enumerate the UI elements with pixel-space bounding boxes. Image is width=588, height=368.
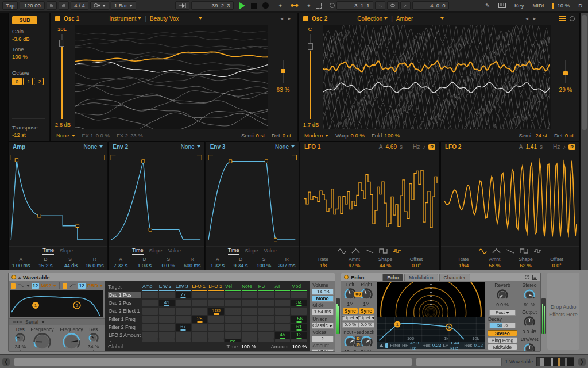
matrix-cell[interactable] [192, 324, 207, 331]
right-sync-button[interactable]: Sync [359, 308, 374, 314]
record-button[interactable] [262, 2, 269, 9]
env3-attack-value[interactable]: 1.32 s [206, 263, 229, 269]
matrix-column-header[interactable]: Amp [142, 283, 158, 291]
right-offset-value[interactable]: 0.0 % [358, 322, 374, 328]
left-offset-value[interactable]: 0.0 % [342, 322, 358, 328]
matrix-cell[interactable]: 100 [208, 308, 224, 315]
reverb-knob[interactable] [496, 289, 509, 301]
matrix-cell[interactable]: 41 [159, 300, 175, 306]
lfo1-hz-toggle[interactable]: Hz [413, 144, 420, 150]
triangle-wave-icon[interactable] [492, 248, 501, 254]
env2-mod-menu[interactable]: None [181, 144, 200, 150]
echo-filter-display[interactable]: 100 1k 10k [377, 317, 485, 342]
show-info-view-button[interactable]: ❮ [2, 358, 10, 366]
time-signature-field[interactable]: 4 / 4 [71, 1, 88, 10]
drywet-knob[interactable] [523, 343, 536, 352]
dropdown-arrow-icon[interactable] [26, 285, 30, 287]
matrix-cell[interactable]: 67 [176, 324, 191, 331]
sub-tone-value[interactable]: 100 % [12, 53, 45, 60]
matrix-cell[interactable] [225, 316, 241, 323]
matrix-column-header[interactable]: LFO 2 [208, 283, 224, 291]
amp-env-tab-time[interactable]: Time [42, 247, 54, 255]
env3-tab-time[interactable]: Time [228, 247, 239, 255]
punch-in-button[interactable] [375, 1, 385, 10]
matrix-cell[interactable] [291, 339, 307, 342]
filter1-res-knob[interactable] [14, 332, 26, 344]
matrix-cell[interactable] [258, 300, 274, 306]
lfo1-retrigger-button[interactable]: R [428, 144, 435, 150]
transpose-value[interactable]: -12 st [12, 132, 45, 138]
matrix-cell[interactable] [192, 292, 207, 298]
matrix-cell[interactable]: -56 [291, 316, 307, 323]
matrix-cell[interactable] [176, 300, 191, 306]
osc1-effect-slider[interactable] [283, 60, 284, 83]
matrix-cell[interactable] [242, 316, 257, 323]
osc2-effect-slider[interactable] [565, 60, 566, 83]
matrix-cell[interactable] [142, 308, 158, 315]
matrix-amount-value[interactable]: 100 % [292, 344, 307, 350]
matrix-cell[interactable] [258, 339, 274, 342]
env3-tab-value[interactable]: Value [264, 248, 276, 254]
osc1-position-value[interactable]: 10L [57, 26, 67, 32]
stereo-link-button[interactable] [354, 292, 362, 297]
feedback-d-button[interactable]: D [355, 336, 362, 341]
device-scrollbar[interactable] [581, 13, 588, 270]
matrix-cell[interactable] [291, 292, 307, 298]
env3-mod-menu[interactable]: None [275, 144, 295, 150]
matrix-cell[interactable] [142, 316, 158, 323]
matrix-row-target[interactable]: Osc 2 Pos [108, 300, 141, 306]
filter2-res-knob[interactable] [88, 332, 99, 344]
matrix-cell[interactable] [208, 292, 224, 298]
osc2-category-menu[interactable]: Collection [357, 16, 388, 22]
square-wave-icon[interactable] [379, 248, 388, 254]
osc2-fold[interactable]: Fold100 % [372, 132, 400, 139]
osc2-detune[interactable]: Det0 ct [554, 132, 574, 139]
sub-gain-value[interactable]: -3.6 dB [12, 36, 45, 42]
matrix-cell[interactable] [225, 292, 241, 298]
matrix-cell[interactable] [159, 339, 175, 342]
hotswap-circle-icon[interactable] [570, 16, 575, 21]
right-sync-mode-menu[interactable]: Triplet [358, 315, 374, 321]
matrix-cell[interactable] [159, 332, 175, 339]
sub-toggle-button[interactable]: SUB [12, 16, 37, 24]
matrix-cell[interactable] [176, 316, 191, 323]
matrix-cell[interactable] [192, 339, 207, 342]
matrix-cell[interactable] [142, 339, 158, 342]
osc1-enable-checkbox[interactable] [55, 16, 60, 21]
matrix-cell[interactable] [159, 316, 175, 323]
osc1-fx1[interactable]: FX 10.0 % [82, 132, 110, 139]
octave-minus2-button[interactable]: -2 [34, 78, 44, 85]
osc2-warp[interactable]: Warp0.0 % [335, 132, 365, 139]
env3-decay-value[interactable]: 9.34 s [229, 263, 252, 269]
lfo2-hz-toggle[interactable]: Hz [553, 144, 560, 150]
nudge-up-button[interactable] [59, 1, 69, 10]
osc1-wavetable-menu[interactable]: Beauty Vox [150, 16, 202, 22]
matrix-cell[interactable] [142, 300, 158, 306]
matrix-column-header[interactable]: Vel [225, 283, 241, 291]
saw-wave-icon[interactable] [365, 248, 374, 254]
osc1-semi[interactable]: Semi0 st [241, 132, 265, 139]
overdub-button[interactable]: + [276, 1, 286, 10]
matrix-cell[interactable] [242, 332, 257, 339]
matrix-cell[interactable] [142, 332, 158, 339]
saw-wave-icon[interactable] [506, 248, 514, 254]
feedback-phase-button[interactable]: Ø [355, 342, 362, 347]
tempo-field[interactable]: 120.00 [20, 1, 45, 10]
matrix-cell[interactable] [242, 308, 257, 315]
save-preset-icon[interactable] [532, 275, 537, 280]
lfo1-shape-value[interactable]: 44 % [370, 263, 401, 269]
device-title[interactable]: Wavetable [23, 274, 50, 281]
filter2-freq-knob[interactable] [62, 332, 81, 351]
matrix-cell[interactable] [275, 300, 291, 306]
matrix-cell[interactable] [208, 300, 224, 306]
matrix-column-header[interactable]: PB [258, 283, 274, 291]
quantize-menu[interactable]: 1 Bar [111, 1, 136, 10]
matrix-cell[interactable] [225, 324, 241, 331]
key-map-button[interactable]: Key [511, 1, 527, 10]
session-record-button[interactable] [330, 3, 335, 8]
osc1-effect-mode-menu[interactable]: None [56, 132, 75, 139]
loop-button[interactable] [387, 1, 399, 10]
osc1-wavetable-display[interactable] [75, 25, 268, 129]
osc2-enable-checkbox[interactable] [303, 16, 308, 21]
matrix-row-target[interactable]: Osc 2 Effect 1 [108, 308, 141, 314]
